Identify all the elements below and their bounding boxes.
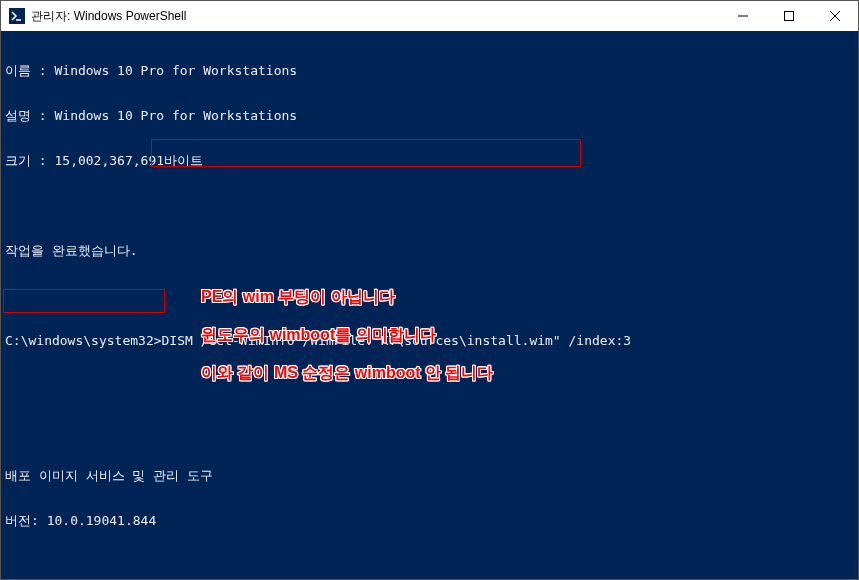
svg-rect-3 — [785, 12, 794, 21]
output-line — [5, 558, 854, 573]
output-line: C:\windows\system32>DISM /Get-WimInfo /W… — [5, 333, 854, 348]
output-line: 이름 : Windows 10 Pro for Workstations — [5, 63, 854, 78]
close-button[interactable] — [812, 1, 858, 31]
output-line — [5, 423, 854, 438]
maximize-button[interactable] — [766, 1, 812, 31]
window-title: 관리자: Windows PowerShell — [31, 8, 720, 25]
output-line: 버전: 10.0.19041.844 — [5, 513, 854, 528]
powershell-icon — [9, 8, 25, 24]
minimize-button[interactable] — [720, 1, 766, 31]
terminal-output[interactable]: 이름 : Windows 10 Pro for Workstations 설명 … — [1, 31, 858, 579]
output-line: 크기 : 15,002,367,691바이트 — [5, 153, 854, 168]
output-line: 작업을 완료했습니다. — [5, 243, 854, 258]
powershell-window: 관리자: Windows PowerShell 이름 : Windows 10 … — [0, 0, 859, 580]
titlebar: 관리자: Windows PowerShell — [1, 1, 858, 31]
output-line: 설명 : Windows 10 Pro for Workstations — [5, 108, 854, 123]
output-line — [5, 198, 854, 213]
output-line — [5, 378, 854, 393]
window-controls — [720, 1, 858, 31]
output-line: 배포 이미지 서비스 및 관리 도구 — [5, 468, 854, 483]
output-line — [5, 288, 854, 303]
